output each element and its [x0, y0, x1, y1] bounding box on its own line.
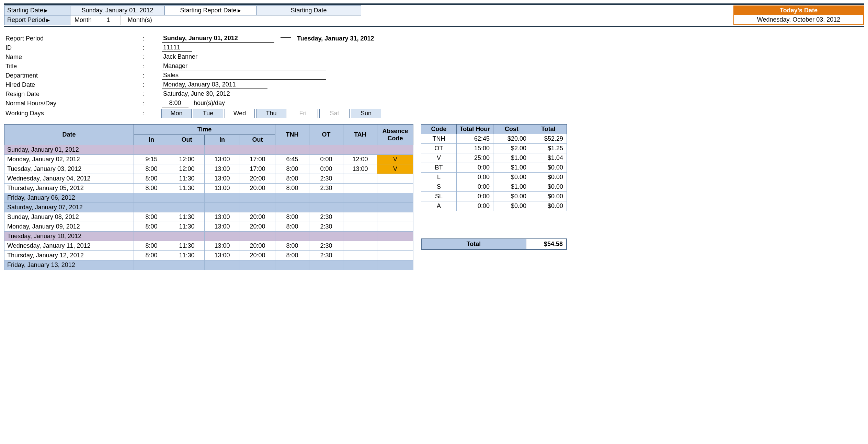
starting-date-value[interactable]: Sunday, January 01, 2012: [70, 5, 165, 15]
period-from: Sunday, January 01, 2012: [162, 35, 274, 43]
table-row: Wednesday, January 11, 20128:0011:3013:0…: [4, 241, 413, 251]
th-time: Time: [134, 125, 275, 135]
top-controls: Starting Date▶ Sunday, January 01, 2012 …: [4, 5, 864, 15]
table-row: Friday, January 13, 2012: [4, 260, 413, 270]
info-id-label: ID: [5, 44, 143, 51]
starting-report-date-value[interactable]: Starting Date: [256, 5, 361, 15]
info-id: 11111: [162, 44, 192, 52]
summary-row: OT15:00$2.00$1.25: [421, 144, 567, 153]
table-row: Monday, January 02, 20129:1512:0013:0017…: [4, 155, 413, 164]
summary-row: V25:00$1.00$1.04: [421, 153, 567, 163]
th-ot: OT: [309, 125, 343, 145]
divider-top: [4, 3, 864, 5]
table-row: Sunday, January 08, 20128:0011:3013:0020…: [4, 212, 413, 222]
info-title: Manager: [162, 62, 326, 70]
summary-row: L0:00$0.00$0.00: [421, 173, 567, 182]
grand-total: Total $54.58: [421, 238, 567, 250]
th-in2: In: [205, 135, 240, 145]
th-out2: Out: [240, 135, 275, 145]
wd-mon[interactable]: Mon: [161, 109, 192, 118]
summary-table: Code Total Hour Cost Total TNH62:45$20.0…: [421, 124, 567, 211]
table-row: Friday, January 06, 2012: [4, 193, 413, 203]
table-row: Thursday, January 05, 20128:0011:3013:00…: [4, 184, 413, 193]
period-to: Tuesday, January 31, 2012: [297, 35, 374, 42]
th-code: Code: [421, 125, 457, 134]
info-name: Jack Banner: [162, 53, 326, 61]
th-absence: Absence Code: [377, 125, 413, 145]
info-resign-label: Resign Date: [5, 91, 143, 98]
table-row: Tuesday, January 10, 2012: [4, 232, 413, 241]
wd-tue[interactable]: Tue: [193, 109, 223, 118]
info-dept: Sales: [162, 72, 326, 80]
th-tnh: TNH: [275, 125, 309, 145]
summary-row: SL0:00$0.00$0.00: [421, 192, 567, 201]
th-out1: Out: [169, 135, 205, 145]
th-cost: Cost: [493, 125, 530, 134]
summary-row: TNH62:45$20.00$52.29: [421, 134, 567, 144]
info-normal-unit: hour(s)/day: [194, 100, 225, 106]
th-total: Total: [530, 125, 567, 134]
today-date-header: Today's Date: [733, 5, 864, 15]
th-totalhour: Total Hour: [457, 125, 493, 134]
wd-fri[interactable]: Fri: [288, 109, 318, 118]
info-working-days-label: Working Days: [5, 110, 143, 117]
report-period-label[interactable]: Report Period▶: [4, 15, 70, 25]
table-row: Tuesday, January 03, 20128:0012:0013:001…: [4, 164, 413, 174]
attendance-table: Date Time TNH OT TAH Absence Code In Out…: [4, 124, 413, 270]
working-days: Mon Tue Wed Thu Fri Sat Sun: [162, 109, 381, 118]
info-dept-label: Department: [5, 72, 143, 79]
th-tah: TAH: [343, 125, 377, 145]
wd-sat[interactable]: Sat: [319, 109, 350, 118]
th-date: Date: [4, 125, 134, 145]
table-row: Thursday, January 12, 20128:0011:3013:00…: [4, 251, 413, 260]
divider-bottom: [4, 26, 864, 27]
info-resign: Saturday, June 30, 2012: [162, 90, 267, 98]
info-hired-label: Hired Date: [5, 81, 143, 89]
table-row: Sunday, January 01, 2012: [4, 145, 413, 155]
wd-thu[interactable]: Thu: [256, 109, 286, 118]
th-in1: In: [134, 135, 169, 145]
dash-icon: [281, 37, 291, 38]
summary-row: BT0:00$1.00$0.00: [421, 163, 567, 173]
info-normal-label: Normal Hours/Day: [5, 100, 143, 107]
table-row: Wednesday, January 04, 20128:0011:3013:0…: [4, 174, 413, 184]
info-hired: Monday, January 03, 2011: [162, 81, 267, 89]
wd-wed[interactable]: Wed: [225, 109, 255, 118]
starting-report-date-label[interactable]: Starting Report Date▶: [165, 5, 256, 15]
starting-date-label[interactable]: Starting Date▶: [4, 5, 70, 15]
wd-sun[interactable]: Sun: [351, 109, 381, 118]
today-date-value: Wednesday, October 03, 2012: [733, 15, 864, 25]
employee-info: Report Period : Sunday, January 01, 2012…: [5, 34, 864, 119]
summary-row: A0:00$0.00$0.00: [421, 201, 567, 211]
info-title-label: Title: [5, 63, 143, 70]
report-period-value[interactable]: Month 1 Month(s): [70, 15, 159, 25]
summary-row: S0:00$1.00$0.00: [421, 182, 567, 192]
right-arrow-icon: ▶: [238, 8, 241, 13]
table-row: Saturday, January 07, 2012: [4, 203, 413, 212]
grand-total-label: Total: [422, 239, 526, 249]
info-normal-hours: 8:00: [162, 100, 189, 107]
grand-total-value: $54.58: [526, 239, 566, 249]
right-arrow-icon: ▶: [44, 8, 48, 13]
table-row: Monday, January 09, 20128:0011:3013:0020…: [4, 222, 413, 232]
info-name-label: Name: [5, 54, 143, 61]
info-report-period-label: Report Period: [5, 35, 143, 42]
right-arrow-icon: ▶: [46, 17, 50, 23]
